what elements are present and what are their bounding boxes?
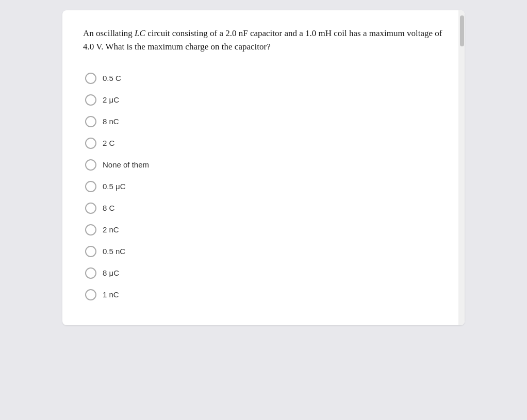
option-label: 8 C: [103, 204, 114, 212]
list-item[interactable]: 8 C: [83, 198, 444, 218]
radio-button-opt6[interactable]: [85, 181, 96, 192]
option-label: 2 nC: [103, 225, 119, 234]
option-label: 0.5 nC: [103, 247, 125, 256]
option-label: 8 nC: [103, 117, 119, 126]
radio-button-opt4[interactable]: [85, 138, 96, 149]
list-item[interactable]: 1 nC: [83, 285, 444, 305]
list-item[interactable]: 0.5 nC: [83, 242, 444, 261]
scrollbar-thumb: [460, 15, 464, 46]
list-item[interactable]: 8 μC: [83, 263, 444, 283]
option-label: 2 μC: [103, 95, 119, 104]
radio-button-opt5[interactable]: [85, 159, 96, 171]
option-label: 8 μC: [103, 268, 119, 277]
question-text: An oscillating LC circuit consisting of …: [83, 27, 444, 54]
radio-button-opt9[interactable]: [85, 246, 96, 257]
option-label: None of them: [103, 160, 149, 169]
radio-button-opt10[interactable]: [85, 267, 96, 279]
radio-button-opt11[interactable]: [85, 289, 96, 300]
option-label: 0.5 C: [103, 74, 121, 82]
options-list: 0.5 C 2 μC 8 nC 2 C None of them 0.5 μC …: [83, 69, 444, 305]
option-label: 2 C: [103, 139, 114, 147]
radio-button-opt1[interactable]: [85, 73, 96, 84]
scrollbar[interactable]: [458, 10, 465, 325]
radio-button-opt7[interactable]: [85, 203, 96, 214]
list-item[interactable]: None of them: [83, 155, 444, 175]
option-label: 1 nC: [103, 290, 119, 299]
list-item[interactable]: 0.5 C: [83, 69, 444, 88]
radio-button-opt3[interactable]: [85, 116, 96, 127]
list-item[interactable]: 2 C: [83, 133, 444, 153]
question-card: An oscillating LC circuit consisting of …: [62, 10, 465, 325]
list-item[interactable]: 0.5 μC: [83, 177, 444, 196]
list-item[interactable]: 2 μC: [83, 90, 444, 110]
option-label: 0.5 μC: [103, 182, 126, 191]
radio-button-opt8[interactable]: [85, 224, 96, 236]
radio-button-opt2[interactable]: [85, 94, 96, 106]
list-item[interactable]: 2 nC: [83, 220, 444, 240]
list-item[interactable]: 8 nC: [83, 112, 444, 131]
